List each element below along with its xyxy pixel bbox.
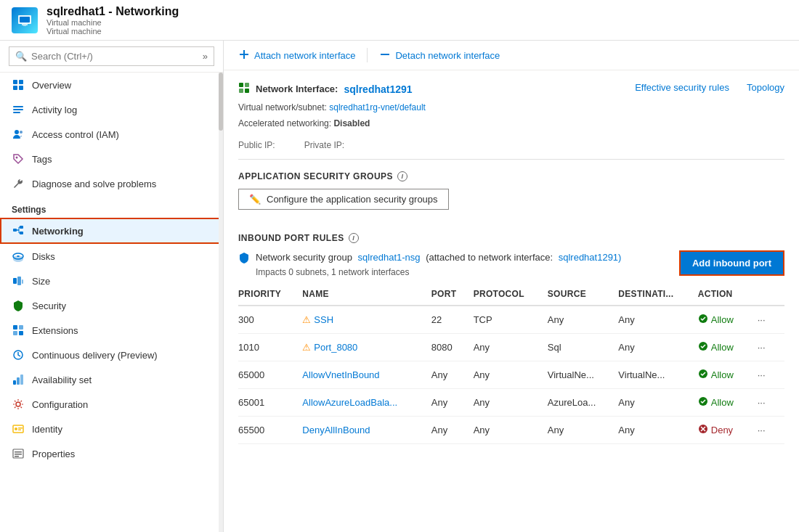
private-ip-field: Private IP: (304, 140, 344, 150)
cell-action: Deny (698, 416, 753, 443)
sidebar-item-security[interactable]: Security (0, 293, 223, 318)
shield-icon (12, 299, 25, 312)
sidebar-item-availability-set[interactable]: Availability set (0, 367, 223, 392)
scrollbar-thumb[interactable] (219, 73, 223, 131)
configuration-label: Configuration (32, 399, 88, 410)
table-row: 65000 AllowVnetInBound Any Any VirtualNe… (238, 361, 784, 388)
cell-name[interactable]: ⚠SSH (302, 306, 431, 334)
detach-network-interface-button[interactable]: Detach network interface (379, 49, 500, 62)
search-inner: 🔍 » (9, 46, 214, 66)
sidebar-item-identity[interactable]: Identity (0, 417, 223, 441)
sidebar-item-overview[interactable]: Overview (0, 73, 223, 97)
sidebar-item-iam[interactable]: Access control (IAM) (0, 122, 223, 147)
cell-more[interactable]: ··· (753, 388, 784, 416)
inbound-port-rules-title: INBOUND PORT RULES i (238, 233, 784, 243)
ni-label-icon (238, 82, 250, 96)
nsg-impact: Impacts 0 subnets, 1 network interfaces (256, 267, 621, 277)
networking-label: Networking (32, 226, 84, 237)
svg-rect-16 (20, 232, 23, 234)
cell-action: Allow (698, 306, 753, 334)
search-input[interactable] (31, 51, 198, 62)
public-ip-field: Public IP: (238, 140, 275, 150)
svg-rect-40 (245, 83, 249, 87)
svg-rect-15 (20, 226, 23, 229)
ni-label-text: Network Interface: (256, 83, 338, 94)
wrench-icon (12, 177, 25, 190)
svg-rect-3 (23, 25, 26, 26)
sidebar-item-activity-log[interactable]: Activity log (0, 97, 223, 122)
cell-priority: 65500 (238, 416, 302, 443)
cell-source: Any (548, 416, 619, 443)
security-label: Security (32, 300, 66, 311)
inbound-info-icon[interactable]: i (349, 233, 359, 243)
accel-label: Accelerated networking: (238, 118, 331, 128)
sidebar: 🔍 » Overview Activity log (0, 41, 224, 532)
collapse-icon[interactable]: » (203, 51, 208, 62)
svg-rect-38 (15, 456, 19, 457)
svg-point-18 (17, 255, 20, 257)
col-protocol: PROTOCOL (474, 283, 548, 306)
content-toolbar: Attach network interface Detach network … (224, 41, 799, 70)
cell-name[interactable]: AllowAzureLoadBala... (302, 388, 431, 416)
cell-port: Any (431, 416, 474, 443)
cell-name[interactable]: ⚠Port_8080 (302, 333, 431, 361)
nsg-name-link[interactable]: sqlredhat1-nsg (358, 252, 421, 263)
svg-rect-7 (19, 86, 23, 90)
cell-more[interactable]: ··· (753, 306, 784, 334)
svg-rect-28 (17, 377, 20, 385)
main-content: Attach network interface Detach network … (224, 41, 799, 532)
disks-label: Disks (32, 251, 55, 262)
vnet-link[interactable]: sqlredhat1rg-vnet/default (329, 102, 426, 112)
sidebar-item-configuration[interactable]: Configuration (0, 392, 223, 417)
cell-protocol: Any (474, 361, 548, 388)
svg-rect-36 (15, 451, 22, 453)
cell-name[interactable]: DenyAllInBound (302, 416, 431, 443)
svg-rect-24 (13, 331, 17, 335)
overview-label: Overview (32, 80, 71, 91)
search-icon: 🔍 (15, 51, 27, 62)
nsg-interface-link[interactable]: sqlredhat1291) (559, 252, 622, 263)
sidebar-item-continuous-delivery[interactable]: Continuous delivery (Preview) (0, 343, 223, 367)
more-options-button[interactable]: ··· (753, 340, 770, 354)
vm-type: Virtual machine (46, 27, 179, 36)
sidebar-item-diagnose[interactable]: Diagnose and solve problems (0, 171, 223, 196)
cell-name[interactable]: AllowVnetInBound (302, 361, 431, 388)
sidebar-item-properties[interactable]: Properties (0, 441, 223, 466)
attach-network-interface-button[interactable]: Attach network interface (238, 49, 355, 62)
configure-label: Configure the application security group… (267, 194, 438, 205)
sidebar-item-tags[interactable]: Tags (0, 147, 223, 171)
more-options-button[interactable]: ··· (753, 368, 770, 382)
cell-more[interactable]: ··· (753, 333, 784, 361)
cell-protocol: TCP (474, 306, 548, 334)
svg-rect-10 (13, 112, 20, 113)
toolbar-separator (367, 48, 368, 62)
cell-destination: VirtualNe... (618, 361, 697, 388)
more-options-button[interactable]: ··· (753, 313, 770, 327)
effective-security-rules-tab[interactable]: Effective security rules (635, 82, 729, 93)
vnet-label: Virtual network/subnet: (238, 102, 327, 112)
cell-more[interactable]: ··· (753, 361, 784, 388)
app-security-info-icon[interactable]: i (397, 171, 407, 181)
ni-name-link[interactable]: sqlredhat1291 (344, 83, 412, 95)
cell-port: Any (431, 361, 474, 388)
sidebar-item-extensions[interactable]: Extensions (0, 318, 223, 343)
cell-source: AzureLoa... (548, 388, 619, 416)
svg-rect-5 (19, 80, 23, 84)
svg-rect-14 (13, 229, 17, 232)
cell-protocol: Any (474, 416, 548, 443)
cell-more[interactable]: ··· (753, 416, 784, 443)
add-inbound-port-button[interactable]: Add inbound port (679, 250, 784, 276)
main-area: 🔍 » Overview Activity log (0, 41, 799, 532)
svg-rect-29 (20, 375, 23, 385)
topology-tab[interactable]: Topology (747, 82, 784, 93)
activity-log-label: Activity log (32, 105, 77, 115)
more-options-button[interactable]: ··· (753, 396, 770, 409)
sidebar-item-networking[interactable]: Networking (0, 218, 223, 244)
more-options-button[interactable]: ··· (753, 423, 770, 437)
table-row: 65500 DenyAllInBound Any Any Any Any Den… (238, 416, 784, 443)
sidebar-item-disks[interactable]: Disks (0, 244, 223, 269)
configure-asg-button[interactable]: ✏️ Configure the application security gr… (238, 189, 449, 210)
sidebar-item-size[interactable]: Size (0, 269, 223, 293)
table-row: 65001 AllowAzureLoadBala... Any Any Azur… (238, 388, 784, 416)
vm-icon (12, 7, 38, 33)
